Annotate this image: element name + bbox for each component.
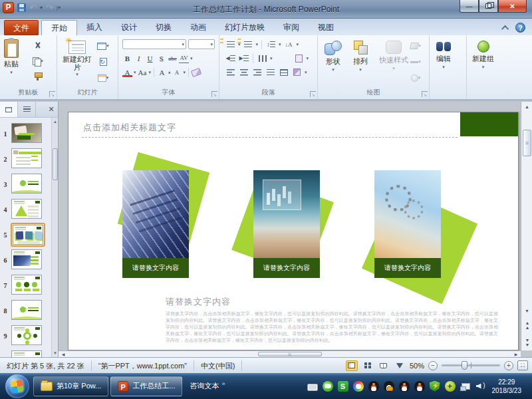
tab-design[interactable]: 设计 [112,20,146,35]
font-dialog-launcher-icon[interactable]: ↘ [211,91,217,97]
arrange-button[interactable]: 排列 ▾ [352,41,368,72]
toolbar-expand-icon[interactable]: » [221,380,225,387]
font-name-combobox[interactable]: ▾ [122,39,186,49]
italic-button[interactable]: I [134,53,144,63]
bullets-button[interactable] [225,39,236,49]
help-icon[interactable]: ? [515,23,525,33]
slide-thumbnail-2[interactable]: 2 [0,146,51,172]
view-reading-button[interactable] [378,360,390,371]
horizontal-scrollbar[interactable]: ◀ ||| ▶ [59,350,521,357]
paragraph-dialog-launcher-icon[interactable]: ↘ [310,91,316,97]
qq-icon-3[interactable] [399,381,410,392]
wechat-icon[interactable] [323,381,333,392]
slide-thumbnail-6[interactable]: 6 [0,247,51,273]
close-panel-icon[interactable]: ✕ [45,102,58,117]
scroll-right-icon[interactable]: ▶ [511,352,521,356]
tab-file[interactable]: 文件 [4,20,39,35]
underline-button[interactable]: U [145,53,155,63]
tab-review[interactable]: 审阅 [274,20,309,35]
card-caption-3[interactable]: 请替换文字内容 [374,258,441,278]
tab-slideshow[interactable]: 幻灯片放映 [215,20,274,35]
copy-button[interactable]: ▾ [32,56,44,66]
slide-thumbnail-7[interactable]: 7 [0,273,51,298]
clipboard-dialog-launcher-icon[interactable]: ↘ [49,91,55,97]
columns-button[interactable] [257,53,268,63]
taskbar-button-folder[interactable]: 第10章 Pow... [33,376,108,396]
smartart-button[interactable] [291,67,303,77]
shape-outline-button[interactable]: ▾ [410,57,422,67]
volume-icon[interactable] [475,381,486,392]
panel-scrollbar[interactable]: ▲ ▼ [51,118,58,357]
panel-scroll-thumb[interactable] [53,148,58,180]
minimize-button[interactable]: — [460,0,479,13]
scroll-down-icon[interactable]: ▼ [521,306,532,316]
antivirus-shield-icon[interactable] [430,381,440,392]
zoom-slider-thumb[interactable] [462,361,467,370]
start-button[interactable] [5,374,29,398]
vertical-scroll-thumb[interactable] [523,130,531,156]
new-slide-button[interactable]: 新建幻灯片 ▾ [63,41,92,76]
distribute-button[interactable] [278,67,289,77]
tab-outline[interactable] [18,102,36,117]
close-button[interactable]: ✕ [498,0,527,13]
cut-button[interactable] [32,41,44,51]
fit-to-window-button[interactable]: ⛶ [517,360,528,370]
zoom-level[interactable]: 50% [410,362,424,370]
security-plus-icon[interactable] [445,381,456,392]
new-group-button[interactable]: 新建组 ▾ [472,41,494,69]
numbering-button[interactable] [243,39,254,49]
slide-thumbnail-3[interactable]: 3 [0,172,51,197]
view-slide-sorter-button[interactable] [362,360,374,371]
line-spacing-button[interactable]: ↕ [265,39,277,49]
align-text-button[interactable] [293,53,305,63]
language-indicator[interactable]: 中文(中国) [194,360,242,371]
input-method-icon[interactable] [307,384,318,391]
scroll-up-icon[interactable]: ▲ [521,102,532,112]
card-caption-1[interactable]: 请替换文字内容 [122,258,189,278]
change-case-button[interactable]: Aa [138,67,148,77]
tab-animations[interactable]: 动画 [181,20,215,35]
next-slide-button[interactable]: ▼▼ [521,338,532,348]
scroll-left-icon[interactable]: ◀ [59,352,68,356]
messenger-icon[interactable]: S [338,381,348,392]
decrease-indent-button[interactable]: ◀ [225,53,236,63]
bold-button[interactable]: B [122,53,132,63]
tab-home[interactable]: 开始 [41,20,77,35]
shape-effects-button[interactable]: ▾ [410,72,422,83]
align-center-button[interactable] [238,67,249,77]
body-text-placeholder[interactable]: 请替换文字内容，点击添加相关标题文字，修改文字内容，也可以直接复制你的内容到此。… [166,311,498,348]
card-caption-2[interactable]: 请替换文字内容 [253,258,320,278]
layout-button[interactable]: ▾ [97,41,109,51]
horizontal-scroll-thumb[interactable]: ||| [258,352,322,356]
strikethrough-button[interactable]: abe [168,53,178,63]
taskbar-toolbar[interactable]: 咨询文本 » [184,381,230,391]
qq-icon-2[interactable] [384,381,394,392]
slide-canvas[interactable]: 点击添加相关标题文字 请替换文字内容 请替换文字内容 请替换文字内容 [68,112,519,350]
slide-thumbnail-10[interactable]: 10 [0,348,51,357]
vertical-scrollbar[interactable]: ▲ ▼ ▲▲ ▼▼ [521,102,532,350]
slide-thumbnail-9[interactable]: 9 [0,323,51,348]
text-shadow-button[interactable]: S [156,53,166,63]
justify-button[interactable] [265,67,276,77]
collapse-ribbon-icon[interactable] [501,25,509,32]
tab-insert[interactable]: 插入 [77,20,112,35]
zoom-in-button[interactable]: + [504,361,513,370]
reset-button[interactable] [97,57,109,67]
align-right-button[interactable] [251,67,263,77]
tab-transitions[interactable]: 切换 [146,20,181,35]
slide-thumbnail-4[interactable]: 4 [0,197,51,222]
view-slideshow-button[interactable] [394,360,406,371]
quick-styles-button[interactable]: 快速样式 ▾ [379,41,408,70]
clear-formatting-icon[interactable] [191,67,202,76]
body-heading-placeholder[interactable]: 请替换文字内容 [166,296,231,308]
shape-fill-button[interactable]: ▾ [410,41,422,51]
font-size-combobox[interactable]: ▾ [188,39,215,49]
editing-button[interactable]: 编辑 ▾ [436,41,451,69]
grow-font-button[interactable]: A [157,67,167,77]
taskbar-button-powerpoint[interactable]: P 工作总结工... [110,376,182,396]
drawing-dialog-launcher-icon[interactable]: ↘ [422,91,428,97]
view-normal-button[interactable] [346,360,358,371]
zoom-slider[interactable] [442,364,500,366]
shrink-font-button[interactable]: A [172,67,182,77]
text-direction-button[interactable]: ↓A [283,39,295,49]
